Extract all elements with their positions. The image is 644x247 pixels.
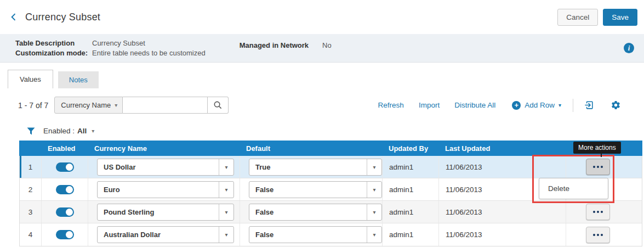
table-row: 3 Pound Sterling▾ False▾ admin1 11/06/20…	[20, 201, 642, 223]
currency-select[interactable]: US Dollar▾	[97, 159, 234, 176]
save-button[interactable]: Save	[603, 9, 637, 26]
currency-select-value: Euro	[98, 182, 219, 198]
export-button[interactable]	[584, 100, 594, 110]
enabled-toggle[interactable]	[56, 185, 74, 194]
chevron-left-icon	[8, 12, 19, 23]
search-group: Currency Name ▾	[54, 97, 229, 114]
managed-in-network-value: No	[322, 41, 332, 49]
default-select[interactable]: False▾	[249, 204, 382, 221]
table-description-value: Currency Subset	[92, 39, 206, 47]
default-select-value: True	[249, 159, 367, 175]
chevron-down-icon: ▾	[367, 204, 381, 220]
page-title: Currency Subset	[25, 12, 100, 23]
refresh-link[interactable]: Refresh	[378, 101, 404, 109]
enabled-toggle[interactable]	[56, 230, 74, 239]
top-bar: Currency Subset Cancel Save	[0, 0, 644, 34]
more-actions-button[interactable]	[586, 204, 610, 220]
table-area: Enabled : All ▾ Enabled Currency Name De…	[19, 121, 642, 246]
chevron-down-icon: ▾	[367, 182, 381, 198]
settings-button[interactable]	[611, 100, 621, 110]
row-number: 1	[20, 156, 42, 178]
updated-by-cell: admin1	[383, 223, 439, 246]
row-number: 4	[20, 223, 42, 246]
column-header-updated-by: Updated By	[382, 144, 438, 153]
gear-icon	[611, 100, 621, 110]
updated-by-cell: admin1	[383, 201, 439, 223]
search-button[interactable]	[208, 97, 229, 114]
default-select[interactable]: False▾	[249, 181, 382, 198]
last-updated-cell: 11/06/2013	[439, 223, 566, 246]
search-icon	[213, 100, 223, 110]
currency-select[interactable]: Australian Dollar▾	[97, 226, 234, 243]
enabled-toggle[interactable]	[56, 162, 74, 172]
more-actions-tooltip: More actions	[573, 142, 621, 154]
search-field-dropdown[interactable]: Currency Name ▾	[54, 97, 123, 114]
chevron-down-icon: ▾	[219, 204, 233, 220]
ellipsis-icon	[593, 211, 595, 213]
back-button[interactable]	[7, 10, 21, 24]
last-updated-cell: 11/06/2013	[439, 156, 566, 178]
tab-bar: Values Notes	[0, 69, 644, 88]
chevron-down-icon: ▾	[367, 227, 381, 243]
enabled-toggle[interactable]	[56, 207, 74, 217]
currency-select-value: Pound Sterling	[98, 204, 219, 220]
row-number: 2	[20, 178, 42, 200]
delete-menu-item[interactable]: Delete	[539, 178, 608, 199]
search-field-value: Currency Name	[61, 101, 111, 109]
info-icon[interactable]: i	[624, 43, 634, 53]
filter-label: Enabled :	[43, 127, 75, 135]
column-header-last-updated: Last Updated	[438, 144, 566, 153]
updated-by-cell: admin1	[383, 178, 439, 200]
chevron-down-icon: ▾	[558, 102, 561, 108]
default-select-value: False	[249, 204, 367, 220]
customization-mode-value: Entire table needs to be customized	[92, 49, 206, 57]
table-body: 1 US Dollar▾ True▾ admin1 11/06/2013 Mor…	[19, 156, 642, 246]
currency-select[interactable]: Pound Sterling▾	[97, 204, 234, 221]
filter-funnel-icon[interactable]	[27, 127, 35, 135]
filter-value[interactable]: All	[77, 127, 87, 135]
chevron-down-icon[interactable]: ▾	[92, 128, 94, 134]
more-actions-button[interactable]	[586, 227, 610, 243]
default-select-value: False	[249, 182, 367, 198]
add-row-button[interactable]: + Add Row ▾	[512, 101, 561, 110]
currency-select-value: US Dollar	[98, 159, 219, 175]
last-updated-cell: 11/06/2013	[439, 201, 566, 223]
default-select[interactable]: True▾	[249, 159, 382, 176]
updated-by-cell: admin1	[383, 156, 439, 178]
currency-select-value: Australian Dollar	[98, 227, 219, 243]
search-input[interactable]	[123, 97, 208, 114]
tab-values[interactable]: Values	[8, 70, 53, 88]
column-header-currency: Currency Name	[88, 144, 240, 153]
table-header: Enabled Currency Name Default Updated By…	[19, 141, 642, 156]
toggle-knob	[66, 209, 73, 216]
tab-notes[interactable]: Notes	[58, 71, 99, 88]
chevron-down-icon: ▾	[115, 102, 117, 108]
column-header-default: Default	[240, 144, 382, 153]
more-actions-button[interactable]	[586, 159, 610, 175]
chevron-down-icon: ▾	[219, 159, 233, 175]
table-row: 4 Australian Dollar▾ False▾ admin1 11/06…	[20, 223, 642, 246]
cancel-button[interactable]: Cancel	[557, 9, 598, 26]
ellipsis-icon	[593, 234, 595, 236]
info-bar: Table Description Currency Subset Custom…	[0, 34, 644, 63]
toggle-knob	[66, 186, 73, 193]
toolbar-divider	[573, 99, 573, 112]
managed-in-network-label: Managed in Network	[240, 41, 309, 49]
export-icon	[584, 100, 594, 110]
table-description-label: Table Description	[15, 39, 92, 47]
column-header-enabled: Enabled	[41, 144, 88, 153]
currency-select[interactable]: Euro▾	[97, 181, 234, 198]
customization-mode-label: Customization mode:	[15, 49, 92, 57]
row-number: 3	[20, 201, 42, 223]
distribute-all-link[interactable]: Distribute All	[454, 101, 495, 109]
plus-circle-icon: +	[512, 101, 521, 110]
default-select-value: False	[249, 227, 367, 243]
table-row: 1 US Dollar▾ True▾ admin1 11/06/2013 Mor…	[20, 156, 642, 178]
filter-row: Enabled : All ▾	[19, 121, 642, 141]
import-link[interactable]: Import	[419, 101, 440, 109]
ellipsis-icon	[593, 166, 595, 168]
toolbar: 1 - 7 of 7 Currency Name ▾ Refresh Impor…	[0, 97, 644, 114]
default-select[interactable]: False▾	[249, 226, 382, 243]
toggle-knob	[66, 164, 73, 171]
chevron-down-icon: ▾	[219, 182, 233, 198]
